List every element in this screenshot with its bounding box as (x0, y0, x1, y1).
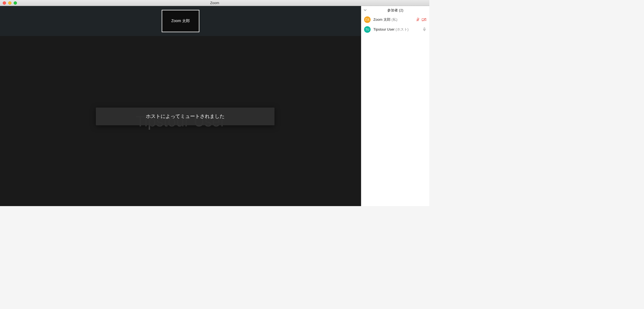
participant-name-wrapper: Tipstour User (ホスト) (373, 27, 420, 32)
self-video-strip: Zoom 太郎 (0, 6, 361, 36)
main-video-view[interactable]: Tipstour User ホストによってミュートされました (0, 36, 361, 206)
participant-row[interactable]: TU Tipstour User (ホスト) (361, 25, 429, 34)
traffic-lights (0, 1, 17, 5)
app-window: Zoom Zoom 太郎 Tipstour User ホストによってミュートされ… (0, 0, 429, 206)
participant-name-wrapper: Zoom 太郎 (私) (373, 17, 413, 22)
titlebar[interactable]: Zoom (0, 0, 429, 6)
participant-name: Tipstour User (373, 27, 395, 31)
video-off-icon (422, 17, 427, 22)
content-area: Zoom 太郎 Tipstour User ホストによってミュートされました 参… (0, 6, 429, 206)
maximize-window-button[interactable] (14, 1, 17, 5)
mic-muted-icon (416, 17, 420, 22)
participants-title: 参加者 (2) (361, 8, 429, 13)
avatar: TU (364, 26, 371, 33)
minimize-window-button[interactable] (8, 1, 11, 5)
toast-notification: ホストによってミュートされました (96, 108, 274, 125)
participant-status-icons (422, 27, 427, 32)
chevron-down-icon[interactable] (364, 8, 367, 13)
participant-name: Zoom 太郎 (373, 17, 391, 22)
video-area: Zoom 太郎 Tipstour User ホストによってミュートされました (0, 6, 361, 206)
participant-suffix: (私) (391, 17, 397, 22)
participant-row[interactable]: Z太 Zoom 太郎 (私) (361, 15, 429, 25)
self-video-name: Zoom 太郎 (171, 19, 190, 23)
window-title: Zoom (210, 1, 219, 5)
avatar: Z太 (364, 16, 371, 23)
close-window-button[interactable] (3, 1, 6, 5)
mic-icon (422, 27, 427, 32)
participants-header: 参加者 (2) (361, 6, 429, 15)
participant-list: Z太 Zoom 太郎 (私) (361, 15, 429, 206)
svg-rect-1 (422, 19, 425, 21)
self-video-thumbnail[interactable]: Zoom 太郎 (162, 10, 199, 32)
toast-message: ホストによってミュートされました (146, 113, 224, 120)
participant-status-icons (416, 17, 427, 22)
participants-panel: 参加者 (2) Z太 Zoom 太郎 (私) (361, 6, 429, 206)
participant-suffix: (ホスト) (395, 27, 409, 31)
